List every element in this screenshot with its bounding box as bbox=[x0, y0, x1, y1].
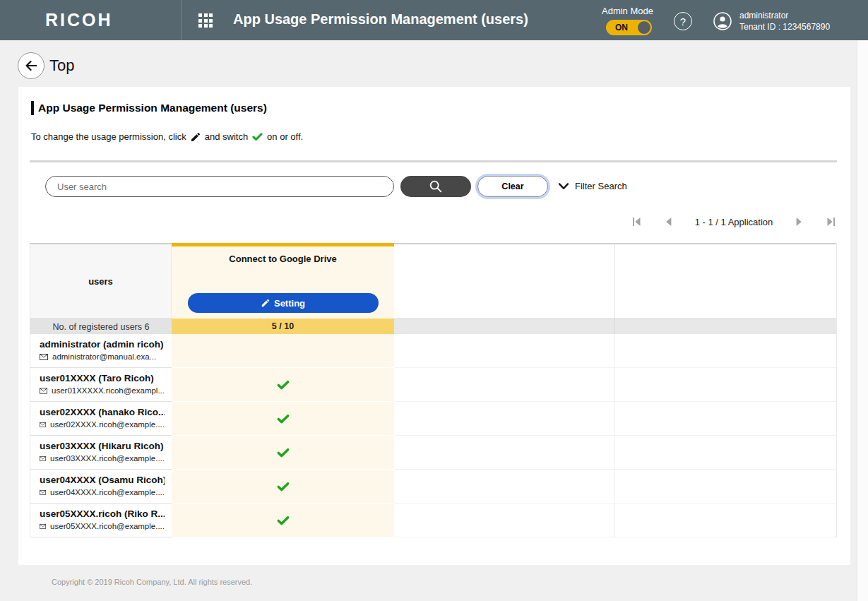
back-button[interactable] bbox=[18, 52, 44, 79]
permission-cell[interactable] bbox=[172, 402, 394, 436]
header-title: App Usage Permission Management (users) bbox=[233, 11, 528, 28]
help-icon[interactable]: ? bbox=[674, 12, 692, 30]
usage-count: 5 / 10 bbox=[172, 319, 394, 334]
permission-table: users Connect to Google Drive Setting No… bbox=[30, 243, 837, 537]
envelope-icon bbox=[40, 422, 46, 428]
empty-cell bbox=[394, 470, 614, 504]
user-name: administrator bbox=[739, 10, 830, 21]
envelope-icon bbox=[40, 523, 46, 530]
app-header: RICOH App Usage Permission Management (u… bbox=[0, 0, 868, 40]
table-row: user02XXXX (hanako Rico... user02XXXX.ri… bbox=[30, 402, 836, 436]
admin-mode-label: Admin Mode bbox=[602, 6, 653, 16]
user-name: user02XXXX (hanako Rico... bbox=[40, 407, 165, 417]
empty-cell bbox=[394, 436, 614, 470]
empty-cell bbox=[614, 436, 836, 470]
check-icon bbox=[251, 131, 263, 143]
filter-search-toggle[interactable]: Filter Search bbox=[558, 181, 627, 191]
app-column-header: Connect to Google Drive Setting bbox=[172, 243, 394, 319]
tenant-id: Tenant ID : 1234567890 bbox=[739, 21, 830, 32]
pagination: 1 - 1 / 1 Application bbox=[631, 215, 837, 228]
toggle-state-label: ON bbox=[615, 23, 628, 32]
first-page-icon[interactable] bbox=[631, 215, 643, 228]
pencil-icon bbox=[190, 131, 201, 143]
user-name: user01XXXX (Taro Ricoh) bbox=[40, 373, 165, 383]
check-icon bbox=[276, 412, 290, 426]
user-cell: user01XXXX (Taro Ricoh) user01XXXXX.rico… bbox=[30, 368, 172, 402]
user-email: user03XXXX.ricoh@example.... bbox=[50, 454, 165, 463]
empty-cell bbox=[614, 504, 836, 537]
user-info: administrator Tenant ID : 1234567890 bbox=[739, 10, 830, 32]
envelope-icon bbox=[40, 388, 47, 394]
last-page-icon[interactable] bbox=[824, 215, 837, 228]
clear-button[interactable]: Clear bbox=[477, 176, 548, 197]
table-header-row: users Connect to Google Drive Setting bbox=[30, 243, 836, 319]
permission-cell[interactable] bbox=[172, 334, 394, 368]
registered-users-label: No. of registered users 6 bbox=[30, 319, 172, 334]
user-email: user02XXXX.ricoh@example.... bbox=[50, 420, 165, 429]
instruction-text: To change the usage permission, click an… bbox=[31, 131, 303, 143]
user-email: user04XXXX.ricoh@example.... bbox=[50, 488, 165, 496]
next-page-icon[interactable] bbox=[792, 215, 805, 228]
admin-mode-toggle[interactable]: ON bbox=[606, 20, 652, 35]
search-input[interactable] bbox=[45, 176, 394, 197]
back-label[interactable]: Top bbox=[49, 56, 74, 75]
table-row: user04XXXX (Osamu Ricoh) user04XXXX.rico… bbox=[30, 470, 836, 504]
chevron-down-icon bbox=[558, 182, 569, 191]
user-cell: user04XXXX (Osamu Ricoh) user04XXXX.rico… bbox=[30, 470, 172, 504]
permission-cell[interactable] bbox=[172, 368, 394, 402]
permission-cell[interactable] bbox=[172, 436, 394, 470]
table-row: user03XXXX (Hikaru Ricoh) user03XXXX.ric… bbox=[30, 436, 836, 470]
previous-page-icon[interactable] bbox=[662, 215, 675, 228]
permission-cell[interactable] bbox=[172, 470, 394, 504]
check-icon bbox=[276, 378, 290, 392]
envelope-icon bbox=[40, 456, 46, 462]
user-cell: user02XXXX (hanako Rico... user02XXXX.ri… bbox=[30, 402, 172, 436]
users-column-header: users bbox=[30, 243, 172, 319]
empty-cell bbox=[394, 402, 614, 436]
search-button[interactable] bbox=[400, 176, 471, 197]
user-email: administrator@manual.exa... bbox=[52, 352, 156, 361]
user-name: user03XXXX (Hikaru Ricoh) bbox=[40, 441, 165, 451]
title-accent-bar bbox=[31, 101, 34, 115]
panel-divider bbox=[30, 160, 837, 162]
empty-cell bbox=[394, 319, 614, 334]
user-avatar-icon[interactable] bbox=[713, 12, 732, 30]
empty-cell bbox=[394, 368, 614, 402]
empty-cell bbox=[394, 504, 614, 537]
toggle-knob-icon bbox=[638, 21, 650, 34]
registered-users-row: No. of registered users 6 5 / 10 bbox=[30, 319, 836, 334]
empty-column-header bbox=[394, 243, 614, 319]
empty-cell bbox=[614, 368, 836, 402]
empty-cell bbox=[614, 319, 836, 334]
copyright-text: Copyright © 2019 Ricoh Company, Ltd. All… bbox=[52, 578, 252, 586]
setting-button[interactable]: Setting bbox=[188, 293, 379, 313]
user-cell: administrator (admin ricoh) administrato… bbox=[30, 334, 172, 368]
empty-cell bbox=[614, 402, 836, 436]
empty-cell bbox=[394, 334, 614, 368]
app-name: Connect to Google Drive bbox=[172, 254, 394, 264]
check-icon bbox=[276, 480, 290, 494]
user-cell: user05XXXX.ricoh (Riko R... user05XXXX.r… bbox=[30, 504, 172, 537]
pagination-label: 1 - 1 / 1 Application bbox=[695, 217, 773, 227]
apps-grid-icon[interactable] bbox=[198, 13, 213, 28]
user-name: user05XXXX.ricoh (Riko R... bbox=[40, 508, 165, 519]
magnifier-icon bbox=[428, 179, 444, 194]
table-row: user01XXXX (Taro Ricoh) user01XXXXX.rico… bbox=[30, 368, 836, 402]
empty-cell bbox=[614, 470, 836, 504]
table-row: administrator (admin ricoh) administrato… bbox=[30, 334, 836, 368]
content-card: App Usage Permission Management (users) … bbox=[18, 87, 850, 565]
check-icon bbox=[276, 446, 290, 460]
ricoh-logo: RICOH bbox=[45, 10, 113, 30]
empty-column-header bbox=[614, 243, 836, 319]
envelope-icon bbox=[40, 489, 46, 496]
arrow-left-icon bbox=[23, 58, 39, 73]
check-icon bbox=[276, 513, 290, 528]
user-email: user01XXXXX.ricoh@exampl... bbox=[52, 386, 165, 395]
user-name: user04XXXX (Osamu Ricoh) bbox=[40, 475, 165, 485]
envelope-icon bbox=[40, 354, 48, 360]
permission-cell[interactable] bbox=[172, 504, 394, 537]
user-cell: user03XXXX (Hikaru Ricoh) user03XXXX.ric… bbox=[30, 436, 172, 470]
scrollbar-track[interactable] bbox=[857, 40, 868, 601]
empty-cell bbox=[614, 334, 836, 368]
pencil-icon bbox=[261, 298, 270, 308]
